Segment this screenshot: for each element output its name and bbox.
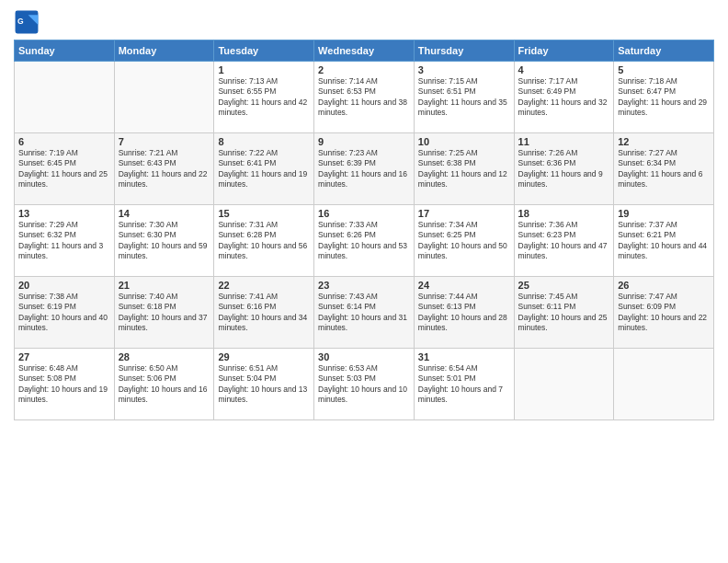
day-info: Sunrise: 7:37 AM Sunset: 6:21 PM Dayligh… — [618, 220, 710, 262]
calendar-cell — [514, 349, 614, 420]
calendar-cell: 1Sunrise: 7:13 AM Sunset: 6:55 PM Daylig… — [214, 62, 314, 133]
day-info: Sunrise: 6:53 AM Sunset: 5:03 PM Dayligh… — [318, 363, 410, 406]
calendar-cell: 21Sunrise: 7:40 AM Sunset: 6:18 PM Dayli… — [114, 277, 214, 349]
day-info: Sunrise: 6:48 AM Sunset: 5:08 PM Dayligh… — [18, 363, 110, 406]
calendar-cell: 7Sunrise: 7:21 AM Sunset: 6:43 PM Daylig… — [114, 133, 214, 205]
calendar-cell: 17Sunrise: 7:34 AM Sunset: 6:25 PM Dayli… — [414, 205, 514, 277]
calendar-cell: 24Sunrise: 7:44 AM Sunset: 6:13 PM Dayli… — [414, 277, 514, 349]
day-info: Sunrise: 7:30 AM Sunset: 6:30 PM Dayligh… — [119, 220, 210, 262]
day-number: 17 — [418, 208, 510, 219]
calendar-cell: 2Sunrise: 7:14 AM Sunset: 6:53 PM Daylig… — [314, 62, 415, 133]
header-row: G — [14, 9, 714, 35]
calendar-cell: 14Sunrise: 7:30 AM Sunset: 6:30 PM Dayli… — [114, 205, 214, 277]
day-info: Sunrise: 7:26 AM Sunset: 6:36 PM Dayligh… — [518, 148, 610, 190]
calendar-cell — [114, 62, 214, 133]
day-info: Sunrise: 7:17 AM Sunset: 6:49 PM Dayligh… — [518, 76, 610, 119]
calendar-cell: 5Sunrise: 7:18 AM Sunset: 6:47 PM Daylig… — [614, 62, 714, 133]
calendar-cell: 18Sunrise: 7:36 AM Sunset: 6:23 PM Dayli… — [514, 205, 614, 277]
day-number: 15 — [218, 208, 310, 219]
day-number: 23 — [318, 280, 410, 291]
calendar-cell: 23Sunrise: 7:43 AM Sunset: 6:14 PM Dayli… — [314, 277, 415, 349]
day-info: Sunrise: 7:15 AM Sunset: 6:51 PM Dayligh… — [418, 76, 510, 119]
day-info: Sunrise: 7:31 AM Sunset: 6:28 PM Dayligh… — [218, 220, 310, 262]
week-row-3: 13Sunrise: 7:29 AM Sunset: 6:32 PM Dayli… — [15, 205, 714, 277]
day-info: Sunrise: 7:19 AM Sunset: 6:45 PM Dayligh… — [18, 148, 110, 190]
day-info: Sunrise: 7:45 AM Sunset: 6:11 PM Dayligh… — [518, 292, 610, 334]
day-info: Sunrise: 7:14 AM Sunset: 6:53 PM Dayligh… — [318, 76, 410, 119]
day-info: Sunrise: 7:29 AM Sunset: 6:32 PM Dayligh… — [18, 220, 110, 262]
calendar-cell: 28Sunrise: 6:50 AM Sunset: 5:06 PM Dayli… — [114, 349, 214, 420]
calendar-table: SundayMondayTuesdayWednesdayThursdayFrid… — [14, 40, 714, 420]
day-number: 27 — [18, 351, 110, 362]
day-info: Sunrise: 7:33 AM Sunset: 6:26 PM Dayligh… — [318, 220, 410, 262]
calendar-cell: 4Sunrise: 7:17 AM Sunset: 6:49 PM Daylig… — [514, 62, 614, 133]
day-number: 4 — [518, 64, 610, 75]
day-number: 20 — [18, 280, 110, 291]
day-info: Sunrise: 6:50 AM Sunset: 5:06 PM Dayligh… — [119, 363, 210, 406]
day-info: Sunrise: 7:27 AM Sunset: 6:34 PM Dayligh… — [618, 148, 710, 190]
svg-text:G: G — [17, 17, 24, 26]
day-info: Sunrise: 7:44 AM Sunset: 6:13 PM Dayligh… — [418, 292, 510, 334]
calendar-container: G SundayMondayTuesdayWednesdayThursdayFr… — [0, 0, 728, 425]
day-info: Sunrise: 7:18 AM Sunset: 6:47 PM Dayligh… — [618, 76, 710, 119]
week-row-2: 6Sunrise: 7:19 AM Sunset: 6:45 PM Daylig… — [15, 133, 714, 205]
logo: G — [14, 9, 43, 35]
day-info: Sunrise: 7:21 AM Sunset: 6:43 PM Dayligh… — [119, 148, 210, 190]
day-number: 21 — [119, 280, 210, 291]
day-info: Sunrise: 7:36 AM Sunset: 6:23 PM Dayligh… — [518, 220, 610, 262]
logo-icon: G — [14, 9, 40, 35]
calendar-cell: 10Sunrise: 7:25 AM Sunset: 6:38 PM Dayli… — [414, 133, 514, 205]
day-info: Sunrise: 7:13 AM Sunset: 6:55 PM Dayligh… — [218, 76, 310, 119]
day-info: Sunrise: 6:51 AM Sunset: 5:04 PM Dayligh… — [218, 363, 310, 406]
day-info: Sunrise: 7:47 AM Sunset: 6:09 PM Dayligh… — [618, 292, 710, 334]
calendar-cell: 8Sunrise: 7:22 AM Sunset: 6:41 PM Daylig… — [214, 133, 314, 205]
day-number: 5 — [618, 64, 710, 75]
day-number: 28 — [119, 351, 210, 362]
calendar-cell: 30Sunrise: 6:53 AM Sunset: 5:03 PM Dayli… — [314, 349, 415, 420]
calendar-cell: 31Sunrise: 6:54 AM Sunset: 5:01 PM Dayli… — [414, 349, 514, 420]
day-number: 25 — [518, 280, 610, 291]
day-number: 22 — [218, 280, 310, 291]
day-number: 12 — [618, 136, 710, 147]
calendar-cell: 3Sunrise: 7:15 AM Sunset: 6:51 PM Daylig… — [414, 62, 514, 133]
calendar-cell: 29Sunrise: 6:51 AM Sunset: 5:04 PM Dayli… — [214, 349, 314, 420]
calendar-cell — [15, 62, 115, 133]
day-header-sunday: Sunday — [15, 40, 115, 62]
day-number: 26 — [618, 280, 710, 291]
calendar-cell: 22Sunrise: 7:41 AM Sunset: 6:16 PM Dayli… — [214, 277, 314, 349]
calendar-cell: 26Sunrise: 7:47 AM Sunset: 6:09 PM Dayli… — [614, 277, 714, 349]
day-info: Sunrise: 7:41 AM Sunset: 6:16 PM Dayligh… — [218, 292, 310, 334]
day-number: 31 — [418, 351, 510, 362]
day-info: Sunrise: 7:25 AM Sunset: 6:38 PM Dayligh… — [418, 148, 510, 190]
calendar-cell: 13Sunrise: 7:29 AM Sunset: 6:32 PM Dayli… — [15, 205, 115, 277]
day-number: 19 — [618, 208, 710, 219]
day-headers-row: SundayMondayTuesdayWednesdayThursdayFrid… — [15, 40, 714, 62]
calendar-cell: 20Sunrise: 7:38 AM Sunset: 6:19 PM Dayli… — [15, 277, 115, 349]
day-number: 1 — [218, 64, 310, 75]
calendar-cell: 16Sunrise: 7:33 AM Sunset: 6:26 PM Dayli… — [314, 205, 415, 277]
day-number: 10 — [418, 136, 510, 147]
day-header-saturday: Saturday — [614, 40, 714, 62]
calendar-cell: 19Sunrise: 7:37 AM Sunset: 6:21 PM Dayli… — [614, 205, 714, 277]
day-info: Sunrise: 7:43 AM Sunset: 6:14 PM Dayligh… — [318, 292, 410, 334]
day-number: 3 — [418, 64, 510, 75]
day-info: Sunrise: 6:54 AM Sunset: 5:01 PM Dayligh… — [418, 363, 510, 406]
week-row-5: 27Sunrise: 6:48 AM Sunset: 5:08 PM Dayli… — [15, 349, 714, 420]
calendar-cell: 27Sunrise: 6:48 AM Sunset: 5:08 PM Dayli… — [15, 349, 115, 420]
calendar-cell: 9Sunrise: 7:23 AM Sunset: 6:39 PM Daylig… — [314, 133, 415, 205]
day-info: Sunrise: 7:40 AM Sunset: 6:18 PM Dayligh… — [119, 292, 210, 334]
day-number: 9 — [318, 136, 410, 147]
day-number: 11 — [518, 136, 610, 147]
day-number: 2 — [318, 64, 410, 75]
day-info: Sunrise: 7:38 AM Sunset: 6:19 PM Dayligh… — [18, 292, 110, 334]
day-header-tuesday: Tuesday — [214, 40, 314, 62]
calendar-cell: 6Sunrise: 7:19 AM Sunset: 6:45 PM Daylig… — [15, 133, 115, 205]
day-info: Sunrise: 7:34 AM Sunset: 6:25 PM Dayligh… — [418, 220, 510, 262]
day-number: 18 — [518, 208, 610, 219]
day-number: 29 — [218, 351, 310, 362]
day-header-monday: Monday — [114, 40, 214, 62]
day-number: 7 — [119, 136, 210, 147]
day-number: 16 — [318, 208, 410, 219]
day-number: 13 — [18, 208, 110, 219]
day-number: 6 — [18, 136, 110, 147]
